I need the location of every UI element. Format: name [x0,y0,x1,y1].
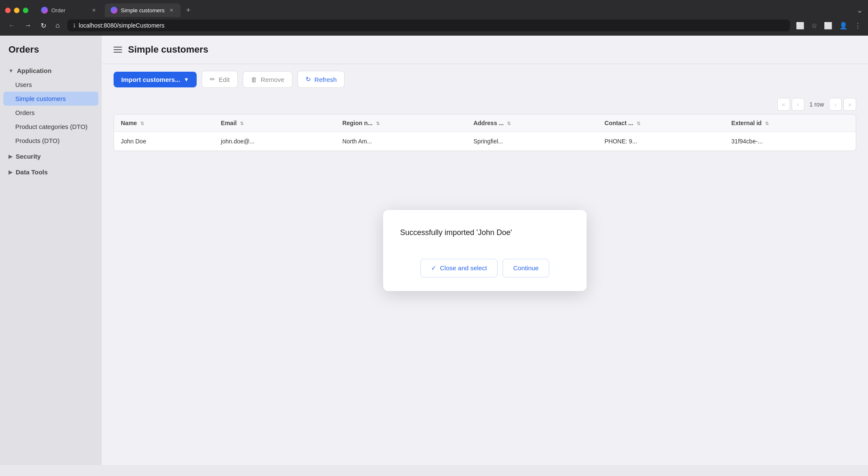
continue-button[interactable]: Continue [503,259,549,277]
sidebar-section-data-tools: ▶ Data Tools [0,165,102,179]
sidebar-section-security-label: Security [16,153,41,160]
sidebar-item-users[interactable]: Users [0,78,102,92]
tab-order-close[interactable]: ✕ [90,7,97,14]
browser-chrome: Order ✕ Simple customers ✕ + ⌄ ← → ↻ ⌂ ℹ… [0,0,868,36]
app-title: Orders [0,44,102,64]
main-content: Simple customers Import customers... ▼ ✏… [102,36,868,465]
close-select-label: Close and select [440,264,487,272]
tab-simple-customers-close[interactable]: ✕ [168,7,175,14]
dialog-actions: ✓ Close and select Continue [400,259,570,277]
maximize-dot[interactable] [23,8,28,13]
sidebar-item-simple-customers[interactable]: Simple customers [3,92,98,106]
chevron-right-icon-data-tools: ▶ [8,169,12,175]
url-text: localhost:8080/simpleCustomers [79,22,164,29]
extensions-icon[interactable]: ⬜ [824,22,832,30]
sidebar-item-products-label: Products (DTO) [15,137,60,144]
checkmark-icon: ✓ [431,264,437,272]
browser-actions: ⬜ ☆ ⬜ 👤 ⋮ [796,22,861,30]
sidebar-item-users-label: Users [15,81,32,88]
sidebar-item-orders[interactable]: Orders [0,106,102,120]
dialog-message: Successfully imported 'John Doe' [400,227,570,238]
reload-button[interactable]: ↻ [39,20,48,31]
close-dot[interactable] [5,8,11,13]
tab-order-label: Order [51,7,65,14]
sidebar-item-product-categories-label: Product categories (DTO) [15,123,88,130]
sidebar-section-data-tools-header[interactable]: ▶ Data Tools [0,165,102,179]
cast-icon[interactable]: ⬜ [796,22,804,30]
sidebar-section-security-header[interactable]: ▶ Security [0,149,102,163]
dialog-overlay: Successfully imported 'John Doe' ✓ Close… [102,36,868,465]
new-tab-button[interactable]: + [182,4,194,16]
chevron-right-icon-security: ▶ [8,154,12,160]
tab-bar: Order ✕ Simple customers ✕ + ⌄ [0,0,868,17]
success-dialog: Successfully imported 'John Doe' ✓ Close… [383,210,587,291]
forward-button[interactable]: → [23,20,33,31]
tab-simple-customers[interactable]: Simple customers ✕ [105,3,181,17]
close-and-select-button[interactable]: ✓ Close and select [420,259,498,277]
back-button[interactable]: ← [7,20,17,31]
sidebar-section-application: ▼ Application Users Simple customers Ord… [0,64,102,148]
address-bar-row: ← → ↻ ⌂ ℹ localhost:8080/simpleCustomers… [0,17,868,36]
tab-simple-customers-icon [111,7,117,14]
sidebar: Orders ▼ Application Users Simple custom… [0,36,102,465]
sidebar-section-application-header[interactable]: ▼ Application [0,64,102,78]
chevron-down-icon: ▼ [8,68,14,74]
tab-order[interactable]: Order ✕ [35,3,103,17]
sidebar-item-simple-customers-label: Simple customers [15,95,66,102]
sidebar-item-product-categories[interactable]: Product categories (DTO) [0,120,102,134]
profile-icon[interactable]: 👤 [839,22,848,30]
tab-simple-customers-label: Simple customers [121,7,164,14]
minimize-dot[interactable] [14,8,19,13]
menu-icon[interactable]: ⋮ [854,22,861,30]
url-bar[interactable]: ℹ localhost:8080/simpleCustomers [67,20,790,31]
lock-icon: ℹ [73,22,75,29]
collapse-button[interactable]: ⌄ [857,6,863,15]
tab-order-icon [41,7,48,14]
continue-label: Continue [513,264,539,272]
sidebar-item-products[interactable]: Products (DTO) [0,134,102,148]
app-layout: Orders ▼ Application Users Simple custom… [0,36,868,465]
window-controls [5,8,28,13]
sidebar-item-orders-label: Orders [15,109,35,116]
sidebar-section-application-label: Application [17,67,52,74]
bookmark-icon[interactable]: ☆ [811,22,817,30]
home-button[interactable]: ⌂ [54,20,61,31]
sidebar-section-data-tools-label: Data Tools [16,168,48,176]
sidebar-section-security: ▶ Security [0,149,102,163]
